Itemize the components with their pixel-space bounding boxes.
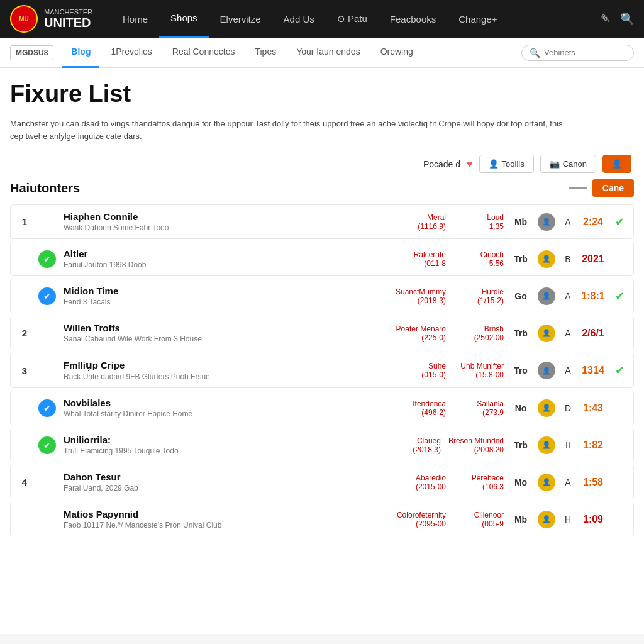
col1-label: Itendenca — [413, 399, 446, 408]
item-col1: Poater Menaro(225-0) — [396, 325, 446, 342]
col1-label: Abaredio — [416, 474, 446, 482]
item-col2: Sallanla(273.9 — [453, 399, 504, 417]
fixture-item[interactable]: ✔AltlerFariul Jouton 1998 DoobRalcerate(… — [10, 242, 634, 276]
col1-value: (225-0) — [421, 333, 446, 342]
fixture-item[interactable]: 1Hiaphen ConnileWank Daboen Some Fabr To… — [10, 204, 634, 239]
canon-button[interactable]: 📷 Canon — [540, 155, 596, 173]
item-score: 1314 — [580, 365, 606, 376]
item-info: Uniliorrila:Trull Elamicing 1995 Touqule… — [64, 435, 383, 455]
search-icon[interactable]: 🔍 — [620, 12, 634, 26]
item-subtitle: Faob 10117 Ne.⁹/ Manceste's Pron Unival … — [64, 521, 388, 530]
item-badge: Go — [511, 291, 530, 301]
item-col1: Colorofeternity(2095-00 — [396, 511, 446, 528]
item-score: 1:8:1 — [580, 291, 606, 302]
item-info: Fmlliu̦p CripeRack Unte dada/rl 9FB Glur… — [64, 360, 388, 381]
fixture-item[interactable]: ✔Uniliorrila:Trull Elamicing 1995 Touqul… — [10, 428, 634, 462]
item-subtitle: Sanal Cabaund Wile Work From 3 House — [64, 335, 388, 343]
tools-icon: 👤 — [489, 159, 499, 169]
tab-blog[interactable]: Blog — [62, 38, 99, 68]
sub-search-box[interactable]: 🔍 — [521, 45, 634, 61]
item-col2: Ciiienoor(005-9 — [453, 511, 504, 528]
item-score: 2021 — [580, 253, 606, 265]
col1-value: (011-8 — [424, 259, 446, 268]
col2-value: (106.3 — [482, 482, 504, 491]
page-description: Manchster you can dsad to vings thandatt… — [10, 118, 576, 142]
item-avatar: 👤 — [538, 436, 555, 454]
col2-label: Unb Munifter — [460, 362, 504, 370]
col2-value: (15.8-00 — [475, 370, 504, 379]
item-status-indicator — [38, 474, 56, 491]
club-logo: MU — [10, 5, 38, 33]
item-grade: A — [563, 477, 573, 487]
nav-change[interactable]: Change+ — [447, 0, 508, 38]
edit-icon[interactable]: ✎ — [601, 12, 610, 26]
nav-addus[interactable]: Add Us — [272, 0, 326, 38]
section-title: Haiutonters — [10, 181, 80, 196]
fixture-item[interactable]: Matios PapynnidFaob 10117 Ne.⁹/ Manceste… — [10, 502, 634, 536]
item-score: 2:24 — [580, 216, 606, 228]
col2-label: Brnsh — [484, 325, 504, 333]
item-subtitle: Wank Daboen Some Fabr Tooo — [64, 223, 388, 232]
nav-elvervitze[interactable]: Elvervitze — [209, 0, 272, 38]
tab-orewing[interactable]: Orewing — [372, 38, 422, 68]
item-col2: Hurdle(1/15-2) — [453, 287, 504, 305]
col2-label: Perebace — [472, 474, 504, 482]
item-info: Midion TimeFend 3 Tacals — [64, 286, 388, 306]
item-title: Altler — [64, 248, 388, 259]
sub-navigation: MGDSU8 Blog 1Prevelies Real Connectes Ti… — [0, 38, 644, 68]
item-status-indicator: ✔ — [38, 399, 56, 417]
fixture-item[interactable]: ✔NovbilalesWhal Total starify Dinirer Ep… — [10, 391, 634, 425]
item-info: Matios PapynnidFaob 10117 Ne.⁹/ Manceste… — [64, 509, 388, 530]
nav-shops[interactable]: Shops — [159, 0, 209, 38]
fixture-item[interactable]: 3Fmlliu̦p CripeRack Unte dada/rl 9FB Glu… — [10, 353, 634, 388]
section-actions: Cane — [569, 179, 634, 197]
item-badge: Mb — [511, 217, 530, 227]
fixture-item[interactable]: 4Dahon TesurFaral Uand, 2029 GabAbaredio… — [10, 465, 634, 499]
col2-value: (2008.20 — [474, 445, 504, 454]
nav-icons: ✎ 🔍 — [601, 12, 634, 26]
tools-button[interactable]: 👤 Toollis — [479, 155, 534, 173]
item-avatar: 👤 — [538, 213, 555, 231]
item-badge: Trb — [511, 328, 530, 338]
item-col1: Suhe(015-0) — [396, 362, 446, 379]
sub-search-input[interactable] — [544, 48, 626, 57]
item-status-indicator — [38, 362, 56, 379]
item-col1: Ralcerate(011-8 — [396, 250, 446, 268]
fixture-item[interactable]: 2Willen TroffsSanal Cabaund Wile Work Fr… — [10, 316, 634, 350]
item-grade: A — [563, 217, 573, 227]
item-title: Matios Papynnid — [64, 509, 388, 519]
section-line — [569, 187, 587, 189]
nav-feacbooks[interactable]: Feacbooks — [379, 0, 447, 38]
col1-value: (2018-3) — [418, 296, 446, 305]
nav-home[interactable]: Home — [111, 0, 159, 38]
item-title: Dahon Tesur — [64, 472, 388, 482]
col2-label: Breson Mtundnd — [448, 436, 504, 445]
item-avatar: 👤 — [538, 362, 555, 379]
item-avatar: 👤 — [538, 325, 555, 342]
sub-logo: MGDSU8 — [10, 45, 53, 60]
tab-realconnectes[interactable]: Real Connectes — [164, 38, 244, 68]
tab-yourfaunendes[interactable]: Your faun endes — [287, 38, 369, 68]
item-badge: Tro — [511, 365, 530, 375]
heart-icon[interactable]: ♥ — [467, 158, 473, 170]
tab-tipes[interactable]: Tipes — [246, 38, 285, 68]
item-title: Midion Time — [64, 286, 388, 296]
col1-value: (2015-00 — [416, 482, 446, 491]
fixture-item[interactable]: ✔Midion TimeFend 3 TacalsSuancfMummy(201… — [10, 279, 634, 313]
section-header: Haiutonters Cane — [10, 179, 634, 197]
logo-area[interactable]: MU MANCHESTER UNITED — [10, 5, 92, 33]
cane-button[interactable]: Cane — [592, 179, 634, 197]
item-subtitle: Whal Total starify Dinirer Eppice Home — [64, 409, 388, 418]
item-status-indicator — [38, 325, 56, 342]
item-grade: A — [563, 328, 573, 338]
item-status-indicator: ✔ — [38, 287, 56, 305]
item-badge: Mo — [511, 477, 530, 487]
col1-value: (2018.3) — [413, 445, 441, 454]
item-info: Willen TroffsSanal Cabaund Wile Work Fro… — [64, 323, 388, 343]
item-col2: Perebace(106.3 — [453, 474, 504, 491]
col1-label: Poater Menaro — [396, 325, 446, 333]
orange-button[interactable]: 👤 — [602, 155, 631, 173]
tab-prevelies[interactable]: 1Prevelies — [102, 38, 160, 68]
nav-patu[interactable]: ⊙ Patu — [326, 0, 379, 38]
item-grade: A — [563, 291, 573, 301]
